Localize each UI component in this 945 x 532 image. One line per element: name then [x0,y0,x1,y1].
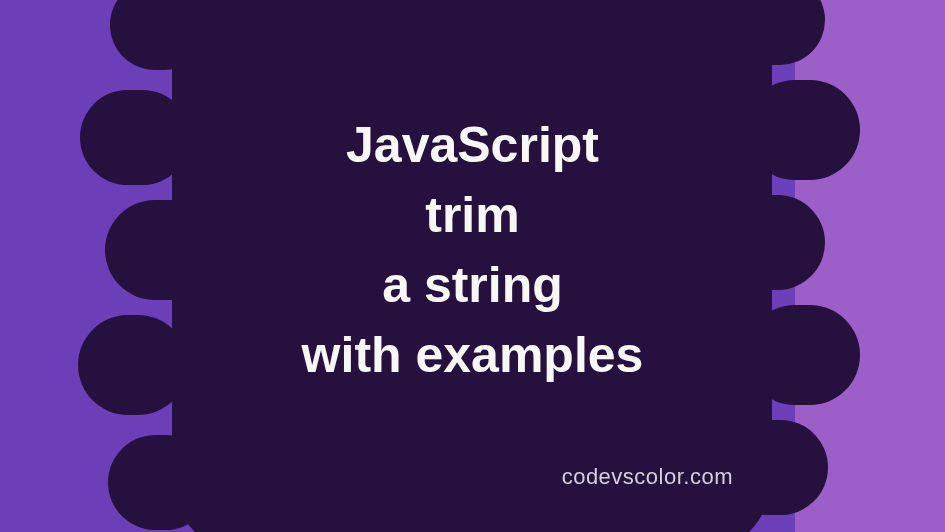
title-line-1: JavaScript [0,110,945,180]
title-line-2: trim [0,180,945,250]
banner-title: JavaScript trim a string with examples [0,110,945,390]
title-line-4: with examples [0,320,945,390]
banner-container: JavaScript trim a string with examples c… [0,0,945,532]
watermark-text: codevscolor.com [562,464,733,490]
blob-bump-right [718,420,828,515]
title-line-3: a string [0,250,945,320]
blob-bump-left [108,435,213,530]
